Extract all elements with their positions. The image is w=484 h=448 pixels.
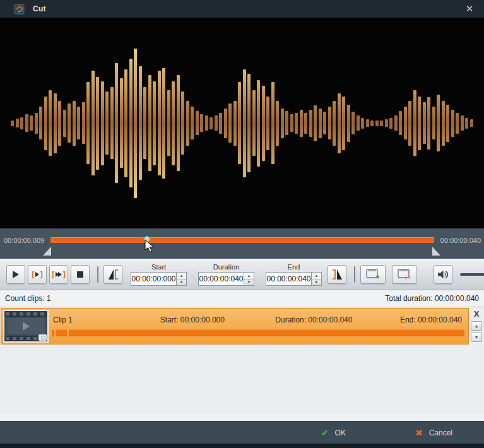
trim-start-marker[interactable] bbox=[43, 247, 51, 256]
waveform-bar bbox=[238, 82, 241, 164]
spin-down-icon[interactable]: ▼ bbox=[312, 280, 321, 286]
duration-time-input[interactable] bbox=[198, 272, 244, 286]
waveform-bar bbox=[233, 101, 237, 146]
close-icon[interactable]: ✕ bbox=[463, 2, 476, 16]
cancel-button-label: Cancel bbox=[429, 428, 452, 437]
waveform-bar bbox=[399, 111, 402, 135]
waveform-bar bbox=[309, 110, 312, 137]
waveform-bar bbox=[357, 115, 360, 131]
waveform-bar bbox=[338, 93, 341, 153]
waveform-bar bbox=[333, 101, 336, 146]
waveform-bar bbox=[385, 119, 388, 127]
waveform[interactable] bbox=[0, 18, 484, 228]
waveform-bar bbox=[470, 119, 473, 127]
bracket-left-icon: [ bbox=[30, 271, 35, 279]
waveform-bar bbox=[129, 59, 133, 187]
waveform-bar bbox=[162, 68, 165, 179]
waveform-bar bbox=[418, 97, 421, 150]
waveform-bar bbox=[54, 93, 57, 153]
waveform-bar bbox=[139, 66, 142, 180]
waveform-bar bbox=[262, 86, 265, 161]
delete-clip-icon[interactable]: X bbox=[474, 309, 480, 319]
waveform-bar bbox=[215, 115, 218, 131]
waveform-bar bbox=[63, 110, 66, 137]
clip-row[interactable]: Clip 1 Start: 00:00:00.000 Duration: 00:… bbox=[1, 308, 469, 345]
waveform-bar bbox=[389, 118, 393, 129]
spin-down-icon[interactable]: ▼ bbox=[177, 280, 186, 286]
scroll-down-button[interactable]: ▼ bbox=[471, 333, 482, 342]
waveform-bar bbox=[456, 113, 459, 134]
trim-end-marker[interactable] bbox=[432, 247, 440, 256]
cancel-button[interactable]: ✖ Cancel bbox=[415, 428, 452, 438]
play-skip-cut-button[interactable]: [] bbox=[49, 265, 68, 284]
waveform-bar bbox=[167, 90, 170, 156]
clip-list-empty-area bbox=[0, 345, 484, 415]
duration-field-group: Duration ▲ ▼ bbox=[198, 263, 254, 286]
waveform-bar bbox=[134, 49, 137, 198]
waveform-bar bbox=[243, 69, 246, 177]
window-bottom-edge bbox=[0, 444, 484, 448]
toolbar-separator bbox=[97, 266, 98, 283]
start-spinner: ▲ ▼ bbox=[176, 272, 187, 286]
waveform-bar bbox=[451, 110, 454, 137]
svg-text:✂: ✂ bbox=[405, 274, 411, 281]
waveform-bar bbox=[16, 119, 19, 127]
title-bar: Cut ✕ bbox=[0, 0, 484, 18]
mark-start-button[interactable] bbox=[103, 265, 122, 284]
clip-progress-bar bbox=[52, 329, 464, 336]
trim-end-icon bbox=[331, 268, 343, 281]
stop-button[interactable] bbox=[71, 265, 90, 284]
add-clip-button[interactable] bbox=[360, 265, 386, 284]
waveform-bar bbox=[342, 97, 345, 150]
cut-dialog-icon bbox=[14, 4, 25, 15]
mark-end-button[interactable] bbox=[328, 265, 346, 284]
spin-down-icon[interactable]: ▼ bbox=[244, 280, 254, 286]
waveform-bar bbox=[271, 82, 274, 164]
scroll-up-button[interactable]: ▲ bbox=[471, 321, 482, 331]
arrow-up-icon: ▲ bbox=[475, 324, 479, 328]
volume-slider[interactable] bbox=[460, 270, 484, 279]
total-duration-label: Total duration: 00:00:00.040 bbox=[385, 294, 479, 303]
clip-duration: Duration: 00:00:00.040 bbox=[275, 315, 382, 324]
play-button[interactable] bbox=[6, 265, 25, 284]
waveform-bar bbox=[153, 81, 156, 165]
dialog-title: Cut bbox=[33, 4, 46, 13]
bracket-right-icon: ] bbox=[39, 271, 44, 279]
cut-clip-button[interactable]: ✂ bbox=[392, 265, 417, 284]
timeline-current-time: 00:00:00.009 bbox=[4, 237, 44, 244]
waveform-bar bbox=[432, 107, 435, 139]
stop-icon bbox=[77, 271, 83, 278]
clip-name: Clip 1 bbox=[53, 315, 160, 324]
spin-up-icon[interactable]: ▲ bbox=[244, 273, 254, 280]
waveform-bar bbox=[49, 90, 52, 156]
waveform-bar bbox=[257, 80, 260, 167]
trim-start-icon bbox=[107, 268, 119, 281]
waveform-bar bbox=[314, 105, 317, 141]
waveform-bar bbox=[375, 121, 379, 126]
waveform-bar bbox=[266, 97, 269, 150]
mute-button[interactable] bbox=[434, 265, 452, 284]
bracket-left-icon: [ bbox=[50, 271, 56, 279]
waveform-bar bbox=[423, 102, 426, 144]
spin-up-icon[interactable]: ▲ bbox=[177, 273, 186, 280]
end-time-input[interactable] bbox=[266, 272, 311, 286]
waveform-bar bbox=[281, 109, 284, 138]
waveform-bar bbox=[361, 118, 364, 129]
duration-label: Duration bbox=[213, 263, 240, 271]
waveform-bar bbox=[413, 90, 416, 156]
waveform-bar bbox=[323, 112, 326, 134]
timeline-progress-bar[interactable] bbox=[50, 237, 434, 243]
waveform-bar bbox=[380, 121, 383, 126]
waveform-bar bbox=[228, 103, 232, 143]
waveform-bar bbox=[437, 95, 440, 151]
toolbar-separator bbox=[354, 266, 355, 283]
playhead-handle[interactable] bbox=[144, 236, 150, 242]
play-selection-button[interactable]: [] bbox=[28, 265, 47, 284]
ok-button[interactable]: ✔ OK bbox=[321, 428, 346, 438]
start-time-input[interactable] bbox=[131, 272, 176, 286]
ok-button-label: OK bbox=[335, 428, 346, 437]
waveform-bar bbox=[210, 117, 213, 129]
spin-up-icon[interactable]: ▲ bbox=[312, 273, 321, 280]
film-sprockets-icon bbox=[4, 311, 47, 317]
end-spinner: ▲ ▼ bbox=[311, 272, 322, 286]
